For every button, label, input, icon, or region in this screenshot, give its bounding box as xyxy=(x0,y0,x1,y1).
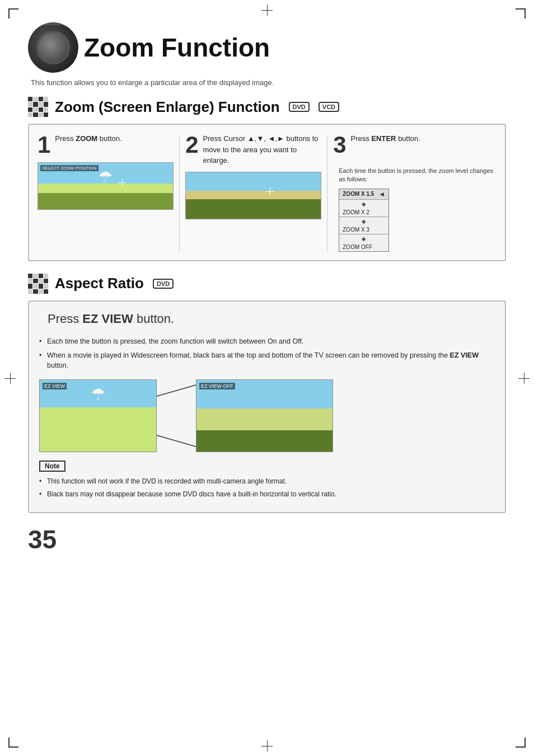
step-1-text: Press ZOOM button. xyxy=(55,133,121,144)
step-2-text: Press Cursor ▲,▼, ◄,► buttons to move to… xyxy=(203,133,321,166)
connector-svg xyxy=(157,379,196,452)
corner-mark-bl xyxy=(8,738,18,748)
step-3-text2: button. xyxy=(398,134,420,143)
mosaic-cell xyxy=(39,274,43,278)
mosaic-cell xyxy=(39,112,43,117)
page: 0101010101010101001010101010101010101010… xyxy=(0,0,534,756)
ez-view-image-2: EZ VIEW OFF xyxy=(196,379,333,452)
step-3-number: 3 xyxy=(333,133,346,157)
zoom-row-3-label: ZOOM X 3 xyxy=(343,227,385,233)
zoom-row-2-label: ZOOM X 2 xyxy=(343,209,385,215)
zoom-row-4: ZOOM OFF xyxy=(339,243,388,251)
step-divider-2 xyxy=(327,136,327,252)
corner-mark-tr xyxy=(516,8,526,18)
mosaic-icon-zoom xyxy=(28,97,48,117)
zoom-levels: Each time the button is pressed, the zoo… xyxy=(339,167,496,252)
zoom-diamond-3: ◆ xyxy=(339,234,388,243)
zoom-row-3: ZOOM X 3 xyxy=(339,226,388,234)
page-title: Zoom Function xyxy=(84,32,270,63)
mosaic-cell xyxy=(44,279,48,283)
logo-circle: 0101010101010101001010101010101010101010… xyxy=(28,22,78,73)
page-number: 35 xyxy=(28,524,506,555)
mosaic-cell xyxy=(39,289,43,294)
ez-view-label-1: EZ VIEW xyxy=(43,383,67,389)
zoom-row-1: ZOOM X 1.5 ◄ xyxy=(339,189,388,200)
step-2-crosshair xyxy=(266,187,274,195)
step-2-content: 2 Press Cursor ▲,▼, ◄,► buttons to move … xyxy=(185,133,321,166)
mosaic-cell xyxy=(33,279,38,283)
ez-view-label-2: EZ VIEW OFF xyxy=(199,383,235,389)
step-3: 3 Press ENTER button. Each time the butt… xyxy=(333,133,496,252)
press-text: Press xyxy=(48,312,82,326)
mosaic-cell xyxy=(33,289,38,294)
step-3-text: Press ENTER button. xyxy=(351,133,420,144)
mosaic-cell xyxy=(44,107,48,112)
step-2-scene xyxy=(186,172,321,219)
crosshair-bottom xyxy=(261,740,273,752)
svg-line-1 xyxy=(157,435,196,447)
mosaic-cell xyxy=(28,274,32,278)
zoom-diamond-2: ◆ xyxy=(339,217,388,226)
logo-inner-circle xyxy=(36,31,70,64)
note-bullet-2: Black bars may not disappear because som… xyxy=(39,489,495,499)
mosaic-cell xyxy=(28,97,32,101)
aspect-bullet-1: Each time the button is pressed, the zoo… xyxy=(39,336,495,347)
press-text2: button. xyxy=(133,312,174,326)
mosaic-cell xyxy=(33,107,38,112)
step-3-bold: ENTER xyxy=(371,134,396,143)
mosaic-cell xyxy=(39,107,43,112)
mosaic-cell xyxy=(39,284,43,288)
step-1-image-label: SELECT ZOOM POSITION xyxy=(40,165,99,171)
step-1-crosshair xyxy=(118,179,126,186)
note-label: Note xyxy=(39,461,65,472)
header: 0101010101010101001010101010101010101010… xyxy=(28,22,506,73)
svg-line-0 xyxy=(157,385,196,396)
ezview-inline-bold: EZ VIEW xyxy=(450,351,479,359)
ez-view-image-1: EZ VIEW xyxy=(39,379,157,452)
mosaic-cell xyxy=(44,289,48,294)
zoom-steps-container: 1 Press ZOOM button. SELECT ZOOM POSITIO… xyxy=(28,124,506,261)
crosshair-top xyxy=(261,4,273,16)
mosaic-cell xyxy=(33,102,38,106)
mosaic-cell xyxy=(33,284,38,288)
mosaic-cell xyxy=(39,97,43,101)
note-bullet-1: This function will not work if the DVD i… xyxy=(39,476,495,486)
dvd-badge: DVD xyxy=(289,102,310,112)
mosaic-cell xyxy=(44,102,48,106)
ezview-bold: EZ VIEW xyxy=(82,312,133,326)
aspect-section-header: Aspect Ratio DVD xyxy=(28,274,506,294)
crosshair-right xyxy=(518,373,530,384)
mosaic-cell xyxy=(39,279,43,283)
mosaic-cell xyxy=(33,112,38,117)
ezview-scene-1 xyxy=(40,380,156,452)
step-2: 2 Press Cursor ▲,▼, ◄,► buttons to move … xyxy=(185,133,321,219)
aspect-bullet-2: When a movie is played in Widescreen for… xyxy=(39,350,495,372)
zoom-section-header: Zoom (Screen Enlarge) Function DVD VCD xyxy=(28,97,506,117)
mosaic-cell xyxy=(39,102,43,106)
mosaic-cell xyxy=(28,289,32,294)
step-1-text2: button. xyxy=(100,134,122,143)
steps-row: 1 Press ZOOM button. SELECT ZOOM POSITIO… xyxy=(38,133,496,252)
ezview-images-row: EZ VIEW EZ VIEW OFF xyxy=(39,379,495,452)
crosshair-left xyxy=(4,373,16,384)
zoom-diamond-1: ◆ xyxy=(339,200,388,208)
aspect-bullet-list: Each time the button is pressed, the zoo… xyxy=(39,336,495,371)
vcd-badge: VCD xyxy=(318,102,339,112)
mosaic-cell xyxy=(33,274,38,278)
image-connector xyxy=(157,379,196,452)
note-bullets-list: This function will not work if the DVD i… xyxy=(39,476,495,499)
zoom-row-1-label: ZOOM X 1.5 xyxy=(343,191,376,197)
mosaic-cell xyxy=(44,284,48,288)
mosaic-cell xyxy=(28,102,32,106)
corner-mark-tl xyxy=(8,8,18,18)
corner-mark-br xyxy=(516,738,526,748)
aspect-section-content: Press EZ VIEW button. Each time the butt… xyxy=(28,300,506,513)
page-subtitle: This function allows you to enlarge a pa… xyxy=(31,78,506,87)
aspect-section-title: Aspect Ratio xyxy=(55,275,144,292)
mosaic-cell xyxy=(28,107,32,112)
mosaic-cell xyxy=(44,274,48,278)
aspect-dvd-badge: DVD xyxy=(153,279,174,289)
step-1-bold: ZOOM xyxy=(76,134,97,143)
zoom-arrow-icon: ◄ xyxy=(378,190,385,198)
mosaic-icon-aspect xyxy=(28,274,48,294)
